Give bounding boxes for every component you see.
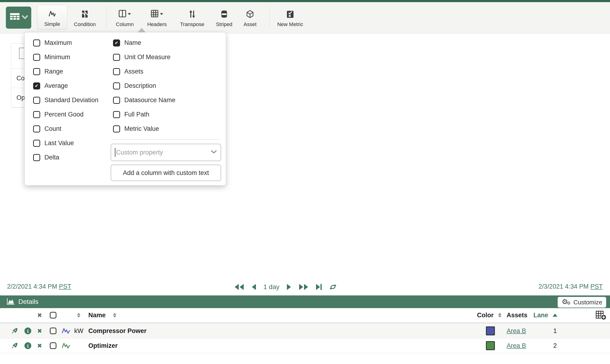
custom-property-placeholder: Custom property (116, 149, 211, 156)
end-timezone-link[interactable]: PST (590, 283, 603, 290)
remove-all-icon[interactable] (37, 312, 42, 319)
dropdown-pointer (138, 28, 146, 32)
checkbox[interactable] (33, 97, 40, 104)
column-option-label: Assets (124, 68, 143, 75)
column-option[interactable]: Count (33, 122, 111, 136)
chevron-down-icon[interactable] (211, 150, 217, 155)
info-icon[interactable] (25, 342, 31, 349)
remove-item-icon[interactable] (37, 328, 42, 334)
table-icon (9, 13, 20, 23)
asset-link[interactable]: Area B (507, 327, 526, 335)
sort-icon[interactable] (113, 313, 116, 317)
rocket-icon[interactable] (11, 328, 18, 334)
checkbox[interactable] (33, 82, 40, 90)
toolbar-button-condition[interactable]: Condition (68, 5, 102, 29)
toolbar-button-label: Transpose (180, 21, 204, 27)
checkbox[interactable] (113, 68, 120, 75)
header-assets[interactable]: Assets (507, 312, 528, 319)
add-custom-column-button[interactable]: Add a column with custom text (111, 165, 221, 181)
toolbar-button-transpose[interactable]: Transpose (175, 5, 210, 29)
display-range-end[interactable]: 2/3/2021 4:34 PM PST (539, 283, 603, 290)
column-option[interactable]: Average (33, 79, 111, 93)
column-option[interactable]: Delta (33, 150, 111, 165)
rocket-icon[interactable] (11, 342, 18, 349)
column-option[interactable]: Percent Good (33, 107, 111, 122)
toolbar-button-label: Striped (216, 21, 232, 27)
step-back-full-button[interactable] (234, 284, 244, 290)
column-option[interactable]: Standard Deviation (33, 93, 111, 107)
column-option[interactable]: Full Path (113, 107, 221, 122)
top-strip (0, 0, 610, 2)
step-to-end-button[interactable] (316, 284, 322, 290)
column-option[interactable]: Name (113, 36, 221, 50)
info-icon[interactable] (25, 328, 31, 334)
property-options-list: Name Unit Of Measure Assets Description (113, 36, 221, 136)
header-name[interactable]: Name (88, 312, 106, 319)
toolbar-button-headers[interactable]: Headers (141, 5, 173, 29)
step-forward-half-button[interactable] (286, 284, 292, 290)
display-range-start[interactable]: 2/2/2021 4:34 PM PST (7, 283, 71, 290)
table-type-menu-button[interactable] (6, 7, 31, 29)
checkbox[interactable] (33, 125, 40, 132)
checkbox[interactable] (113, 39, 120, 47)
customize-button[interactable]: Customize (557, 297, 606, 308)
toolbar-button-asset[interactable]: Asset (238, 5, 262, 29)
asset-link[interactable]: Area B (507, 342, 526, 350)
checkbox[interactable] (113, 125, 120, 132)
refresh-button[interactable] (329, 284, 337, 290)
checkbox[interactable] (113, 111, 120, 118)
header-color[interactable]: Color (477, 312, 494, 319)
column-option[interactable]: Assets (113, 64, 221, 79)
step-forward-full-button[interactable] (299, 284, 308, 290)
column-option[interactable]: Range (33, 64, 111, 79)
item-name: Compressor Power (88, 327, 147, 335)
column-option-label: Average (44, 82, 68, 90)
transpose-icon (189, 7, 196, 21)
column-option-label: Range (44, 68, 63, 75)
add-column-icon[interactable] (596, 310, 607, 320)
checkbox[interactable] (113, 82, 120, 90)
checkbox[interactable] (113, 97, 120, 104)
remove-item-icon[interactable] (37, 342, 42, 349)
toolbar-button-simple[interactable]: Simple (37, 5, 67, 29)
color-swatch[interactable] (486, 326, 495, 335)
checkbox[interactable] (33, 111, 40, 118)
color-swatch[interactable] (486, 341, 495, 350)
custom-property-select[interactable]: Custom property (111, 144, 221, 161)
checkbox[interactable] (33, 68, 40, 75)
header-lane[interactable]: Lane (533, 312, 548, 319)
caret-down-icon (128, 12, 131, 16)
column-option-label: Maximum (44, 39, 72, 47)
column-option[interactable]: Datasource Name (113, 93, 221, 107)
duration-label[interactable]: 1 day (264, 283, 280, 291)
toolbar-button-label: Condition (74, 21, 96, 27)
toolbar-button-column[interactable]: Column (110, 5, 140, 29)
lane-number: 1 (552, 327, 558, 335)
column-option[interactable]: Metric Value (113, 122, 221, 136)
checkbox[interactable] (113, 54, 120, 61)
sort-ascending-icon[interactable] (553, 314, 557, 317)
sort-icon[interactable] (498, 313, 502, 317)
start-datetime[interactable]: 2/2/2021 4:34 PM (7, 283, 59, 290)
column-option[interactable]: Maximum (33, 36, 111, 50)
checkbox[interactable] (33, 39, 40, 47)
checkbox[interactable] (33, 54, 40, 61)
start-timezone-link[interactable]: PST (59, 283, 71, 290)
checkbox[interactable] (33, 140, 40, 147)
sort-icon[interactable] (77, 313, 80, 317)
column-option-label: Last Value (44, 140, 74, 147)
step-back-half-button[interactable] (251, 284, 256, 290)
end-datetime[interactable]: 2/3/2021 4:34 PM (539, 283, 591, 290)
checkbox[interactable] (33, 154, 40, 161)
toolbar-button-new-metric[interactable]: New Metric (274, 5, 307, 29)
column-option[interactable]: Last Value (33, 136, 111, 150)
row-checkbox[interactable] (50, 328, 56, 334)
column-option[interactable]: Description (113, 79, 221, 93)
row-checkbox[interactable] (50, 342, 56, 349)
headers-icon (151, 10, 159, 19)
column-option[interactable]: Unit Of Measure (113, 50, 221, 64)
select-all-checkbox[interactable] (50, 312, 56, 318)
toolbar-button-striped[interactable]: Striped (211, 5, 237, 29)
column-option[interactable]: Minimum (33, 50, 111, 64)
column-option-label: Full Path (124, 111, 149, 118)
